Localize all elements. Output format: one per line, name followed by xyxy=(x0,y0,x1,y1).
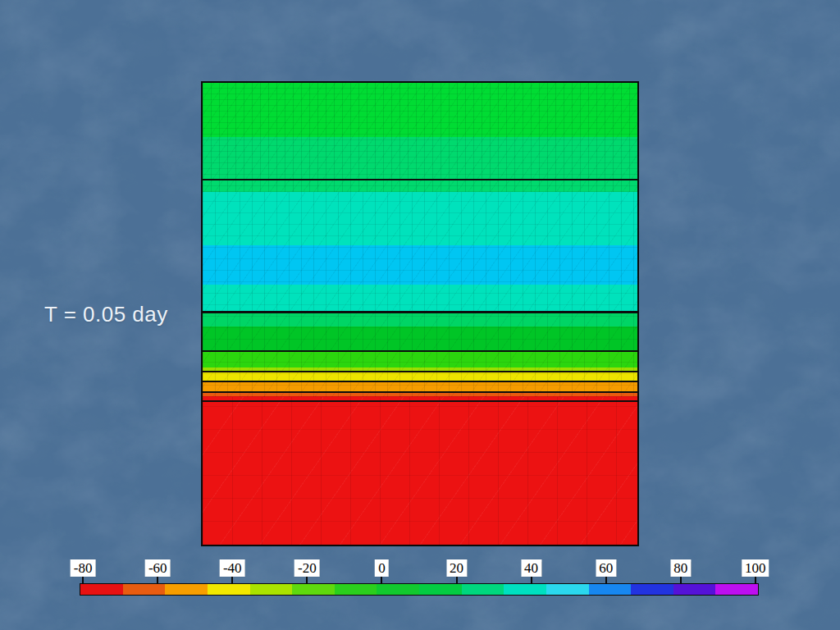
colorbar-segment xyxy=(292,584,335,595)
colorbar-segment xyxy=(715,584,758,595)
colorbar-tick xyxy=(680,577,682,583)
contour-band xyxy=(203,396,637,545)
contour-line xyxy=(203,400,637,403)
contour-line xyxy=(203,179,637,181)
colorbar-segment xyxy=(250,584,293,595)
colorbar-segment xyxy=(419,584,462,595)
contour-line xyxy=(203,350,637,352)
colorbar-tick xyxy=(82,577,84,583)
contour-band xyxy=(203,351,637,368)
time-annotation: T = 0.05 day xyxy=(44,302,168,327)
colorbar-tick xyxy=(456,577,458,583)
colorbar-tick xyxy=(306,577,308,583)
colorbar-tick-label: 0 xyxy=(375,559,389,577)
colorbar-gradient xyxy=(80,583,759,596)
colorbar-segment xyxy=(80,584,123,595)
contour-line xyxy=(203,311,637,313)
colorbar-segment xyxy=(208,584,250,595)
colorbar-segment xyxy=(377,584,419,595)
contour-band xyxy=(203,326,637,351)
contour-plot xyxy=(201,81,639,546)
colorbar-segment xyxy=(462,584,504,595)
colorbar-tick-label: 40 xyxy=(521,559,541,577)
contour-band xyxy=(203,245,637,285)
contour-band xyxy=(203,285,637,312)
colorbar-segment xyxy=(673,584,716,595)
colorbar-segment xyxy=(631,584,673,595)
colorbar-tick-label: -80 xyxy=(71,559,96,577)
colorbar-tick-label: -60 xyxy=(145,559,171,577)
colorbar-tick xyxy=(157,577,158,583)
colorbar-segment xyxy=(165,584,208,595)
colorbar-segment xyxy=(504,584,546,595)
contour-band xyxy=(203,192,637,246)
colorbar-tick-label: 60 xyxy=(596,559,616,577)
contour-line xyxy=(203,371,637,372)
colorbar-segment xyxy=(546,584,589,595)
colorbar-segment xyxy=(589,584,632,595)
contour-line xyxy=(203,381,637,382)
colorbar-segment xyxy=(335,584,377,595)
colorbar-tick xyxy=(381,577,382,583)
colorbar-tick-label: -20 xyxy=(294,559,320,577)
colorbar-tick xyxy=(231,577,233,583)
colorbar-tick-label: 20 xyxy=(446,559,467,577)
colorbar-tick-label: 100 xyxy=(742,559,769,577)
colorbar-tick xyxy=(755,577,756,583)
contour-band xyxy=(203,137,637,192)
colorbar-tick xyxy=(605,577,607,583)
colorbar-legend: -80-60-40-20020406080100 xyxy=(80,583,759,596)
contour-band xyxy=(203,312,637,326)
colorbar-tick xyxy=(531,577,532,583)
slide: T = 0.05 day -80-60-40-20020406080100 xyxy=(0,0,840,630)
contour-band xyxy=(203,83,637,137)
colorbar-segment xyxy=(123,584,166,595)
colorbar-tick-label: 80 xyxy=(670,559,691,577)
contour-band xyxy=(203,382,637,391)
contour-line xyxy=(203,391,637,393)
colorbar-tick-label: -40 xyxy=(220,559,245,577)
